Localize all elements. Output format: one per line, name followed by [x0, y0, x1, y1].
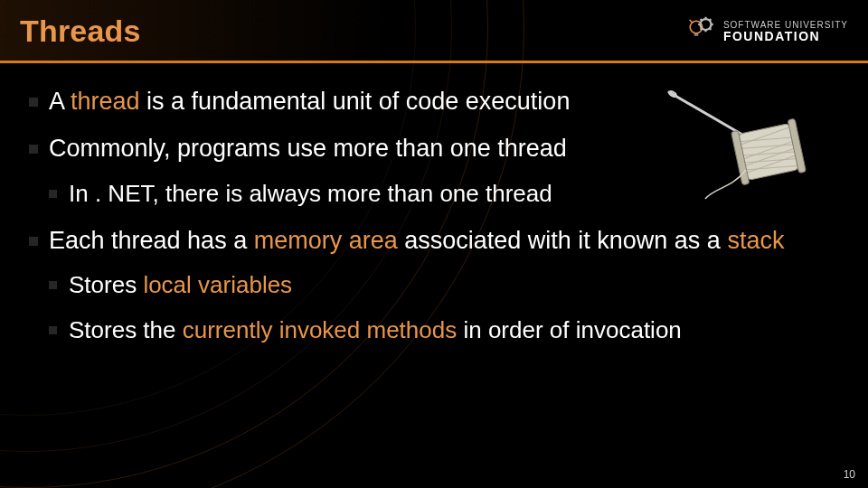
body-text: in order of invocation [457, 316, 682, 343]
highlight-text: currently invoked methods [183, 316, 457, 343]
bullet-item: Each thread has a memory area associated… [29, 224, 839, 346]
sub-bullet-list: Stores local variablesStores the current… [49, 269, 839, 345]
sub-bullet-item: In . NET, there is always more than one … [49, 178, 839, 210]
body-text: Stores [69, 271, 143, 298]
body-text: A [49, 88, 71, 115]
body-text: Each thread has a [49, 227, 254, 254]
body-text: In . NET, there is always more than one … [69, 180, 552, 207]
body-text: Stores the [69, 316, 183, 343]
brand-logo-text: SOFTWARE UNIVERSITY FOUNDATION [723, 21, 848, 42]
slide-body: A thread is a fundamental unit of code e… [0, 63, 868, 346]
slide-title: Threads [20, 14, 141, 49]
page-number: 10 [844, 468, 855, 481]
brand-logo-line1: SOFTWARE UNIVERSITY [723, 21, 848, 30]
body-text: Commonly, programs use more than one thr… [49, 135, 567, 162]
sub-bullet-list: In . NET, there is always more than one … [49, 178, 839, 210]
lightbulb-gear-icon [685, 14, 718, 50]
body-text: associated with it known as a [398, 227, 728, 254]
brand-logo-line2: FOUNDATION [723, 30, 848, 42]
svg-line-6 [710, 28, 712, 30]
slide-header: Threads [0, 0, 868, 63]
bullet-list: A thread is a fundamental unit of code e… [29, 85, 839, 346]
highlight-text: stack [727, 227, 784, 254]
bullet-item: Commonly, programs use more than one thr… [29, 132, 839, 210]
bullet-item: A thread is a fundamental unit of code e… [29, 85, 839, 117]
brand-logo: SOFTWARE UNIVERSITY FOUNDATION [685, 14, 848, 50]
body-text: is a fundamental unit of code execution [140, 88, 571, 115]
sub-bullet-item: Stores local variables [49, 269, 839, 301]
svg-line-9 [701, 19, 703, 21]
svg-line-8 [710, 19, 712, 21]
highlight-text: local variables [143, 271, 292, 298]
highlight-text: thread [71, 88, 140, 115]
sub-bullet-item: Stores the currently invoked methods in … [49, 314, 839, 346]
svg-line-7 [701, 28, 703, 30]
highlight-text: memory area [254, 227, 398, 254]
